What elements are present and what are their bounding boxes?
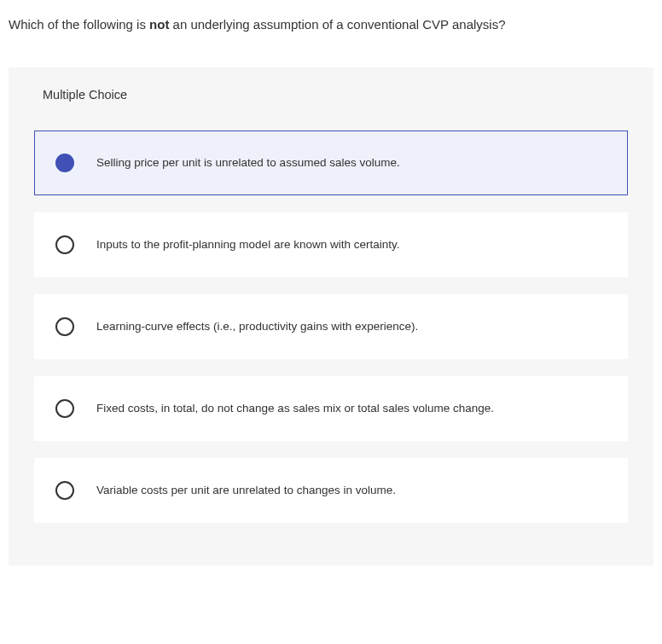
options-container: Selling price per unit is unrelated to a… [9,122,653,523]
radio-icon [55,154,74,172]
question-text: Which of the following is not an underly… [0,0,662,42]
option-3[interactable]: Learning-curve effects (i.e., productivi… [34,294,628,359]
option-label: Fixed costs, in total, do not change as … [96,401,494,417]
option-label: Inputs to the profit-planning model are … [96,237,399,253]
radio-icon [55,317,74,336]
option-label: Variable costs per unit are unrelated to… [96,483,396,499]
option-label: Learning-curve effects (i.e., productivi… [96,319,418,335]
option-4[interactable]: Fixed costs, in total, do not change as … [34,376,628,441]
question-emphasis: not [149,17,169,32]
radio-icon [55,235,74,254]
option-2[interactable]: Inputs to the profit-planning model are … [34,212,628,277]
option-5[interactable]: Variable costs per unit are unrelated to… [34,458,628,523]
radio-icon [55,399,74,418]
option-label: Selling price per unit is unrelated to a… [96,155,400,171]
question-prefix: Which of the following is [9,17,149,32]
multiple-choice-panel: Multiple Choice Selling price per unit i… [9,67,653,566]
radio-icon [55,481,74,500]
option-1[interactable]: Selling price per unit is unrelated to a… [34,131,628,195]
multiple-choice-header: Multiple Choice [9,67,653,122]
question-suffix: an underlying assumption of a convention… [169,17,505,32]
